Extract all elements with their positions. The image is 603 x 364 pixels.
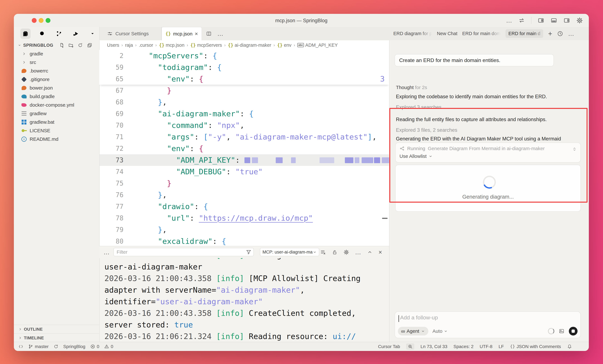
code-line[interactable]: 2 "mcpServers": { bbox=[99, 50, 389, 62]
toggle-sidebar-icon[interactable] bbox=[538, 17, 544, 24]
chat-tab[interactable]: ERD for main dom bbox=[462, 31, 501, 36]
code-line[interactable]: 65 "env": { bbox=[99, 73, 389, 85]
bell-status[interactable] bbox=[567, 344, 572, 349]
toggle-panel-icon[interactable] bbox=[550, 17, 557, 24]
breadcrumb-item[interactable]: {}mcp.json bbox=[159, 43, 185, 48]
sidebar-section-outline[interactable]: OUTLINE bbox=[14, 325, 99, 333]
tree-item-gradle[interactable]: gradle bbox=[14, 49, 99, 58]
code-line[interactable]: 74 "ADM_DEBUG": "true" bbox=[99, 166, 389, 178]
status-lf[interactable]: LF bbox=[499, 344, 504, 349]
code-line[interactable]: 76 }, bbox=[99, 189, 389, 201]
sidebar-section-timeline[interactable]: TIMELINE bbox=[14, 333, 99, 342]
code-line[interactable]: 67 } bbox=[99, 85, 389, 96]
close-tab-icon[interactable]: × bbox=[195, 31, 198, 37]
tree-item--gitignore[interactable]: .gitignore bbox=[14, 75, 99, 84]
status-ln-73-col-33[interactable]: Ln 73, Col 33 bbox=[420, 344, 447, 349]
panel-more-icon[interactable]: … bbox=[104, 246, 110, 258]
source-control-icon[interactable] bbox=[54, 29, 64, 39]
model-dropdown[interactable]: Auto bbox=[432, 328, 448, 334]
tab-cursor-settings[interactable]: Cursor Settings bbox=[103, 27, 162, 40]
explorer-icon[interactable] bbox=[20, 29, 31, 39]
more-icon[interactable]: … bbox=[506, 17, 512, 23]
search-icon[interactable] bbox=[37, 29, 47, 39]
chat-more-icon[interactable]: … bbox=[568, 31, 574, 37]
status-utf-8[interactable]: UTF-8 bbox=[480, 344, 492, 349]
breadcrumb-item[interactable]: {}ai-diagram-maker bbox=[228, 43, 271, 48]
code-line[interactable]: 69 "ai-diagram-maker": { bbox=[99, 108, 389, 120]
chat-tab[interactable]: ERD for main d bbox=[506, 29, 543, 38]
tree-item-license[interactable]: LICENSE bbox=[14, 126, 99, 135]
explored-summary[interactable]: Explored 3 files, 2 searches bbox=[396, 127, 576, 133]
breadcrumb-item[interactable]: {}mcpServers bbox=[190, 43, 222, 48]
code-line[interactable]: 73 "ADM_API_KEY": bbox=[99, 154, 389, 166]
toggle-secondary-sidebar-icon[interactable] bbox=[563, 17, 570, 24]
filter-funnel-icon[interactable] bbox=[246, 249, 252, 255]
tree-item-src[interactable]: src bbox=[14, 58, 99, 67]
remote-status[interactable] bbox=[18, 344, 23, 349]
collapse-folders-icon[interactable] bbox=[87, 43, 92, 48]
project-header[interactable]: SPRINGBLOG bbox=[14, 41, 99, 49]
breadcrumb-item[interactable]: Users bbox=[107, 43, 119, 48]
follow-up-input[interactable] bbox=[400, 314, 513, 321]
sync-status[interactable] bbox=[54, 344, 58, 349]
breadcrumb-item[interactable]: .cursor bbox=[139, 43, 153, 48]
status-springblog[interactable]: SpringBlog bbox=[63, 344, 85, 349]
panel-settings-gear-icon[interactable] bbox=[343, 249, 349, 255]
tree-item--bowerrc[interactable]: .bowerrc bbox=[14, 67, 99, 75]
filter-input[interactable] bbox=[114, 249, 246, 255]
run-debug-icon[interactable] bbox=[70, 29, 81, 39]
code-line[interactable]: 68 }, bbox=[99, 96, 389, 108]
allowlist-dropdown[interactable]: Use Allowlist bbox=[396, 151, 580, 159]
clear-output-icon[interactable] bbox=[320, 249, 326, 255]
tree-item-readme-md[interactable]: README.md bbox=[14, 135, 99, 143]
attach-image-icon[interactable] bbox=[558, 328, 565, 334]
breadcrumb-item[interactable]: raja bbox=[125, 43, 133, 48]
unlock-icon[interactable] bbox=[332, 249, 337, 255]
explored-summary[interactable]: Explored 3 searches bbox=[396, 104, 576, 111]
breadcrumb-item[interactable]: abcADM_API_KEY bbox=[297, 43, 338, 48]
chat-tab[interactable]: ERD diagram for p bbox=[393, 31, 432, 36]
settings-gear-icon[interactable] bbox=[576, 17, 583, 24]
panel-close-icon[interactable]: × bbox=[379, 249, 382, 255]
new-file-icon[interactable] bbox=[59, 43, 64, 48]
branch-status[interactable]: master bbox=[28, 344, 49, 349]
code-editor[interactable]: 2 "mcpServers": {59 "todiagram": {65 "en… bbox=[99, 50, 389, 246]
thought-summary[interactable]: Thought for 2s bbox=[396, 85, 427, 90]
chat-input-box[interactable]: ∞ Agent Auto bbox=[395, 311, 581, 338]
code-line[interactable]: 79 }, bbox=[99, 224, 389, 236]
code-line[interactable]: 75 } bbox=[99, 178, 389, 189]
tree-item-gradlew[interactable]: gradlew bbox=[14, 109, 99, 118]
tree-item-build-gradle[interactable]: build.gradle bbox=[14, 92, 99, 101]
panel-maximize-chevron-icon[interactable] bbox=[367, 249, 373, 255]
code-line[interactable]: 71 "args": ["-y", "ai-diagram-maker-mcp@… bbox=[99, 131, 389, 143]
new-chat-plus-icon[interactable]: + bbox=[548, 30, 552, 37]
tree-item-gradlew-bat[interactable]: gradlew.bat bbox=[14, 118, 99, 126]
code-line[interactable]: 70 "command": "npx", bbox=[99, 120, 389, 131]
tab-mcp-json[interactable]: {} mcp.json × bbox=[162, 27, 202, 40]
warn-status[interactable]: 0 bbox=[104, 344, 113, 349]
panel-overflow-icon[interactable]: … bbox=[355, 249, 361, 255]
code-line[interactable]: 80 "excalidraw": { bbox=[99, 236, 389, 246]
status-cursor-tab[interactable]: Cursor Tab bbox=[378, 344, 400, 349]
new-folder-icon[interactable] bbox=[68, 43, 74, 48]
code-line[interactable]: 77 "drawio": { bbox=[99, 201, 389, 212]
editor-more-icon[interactable]: … bbox=[217, 31, 223, 37]
history-clock-icon[interactable] bbox=[557, 31, 563, 37]
braces-status[interactable]: JSON with Comments bbox=[510, 344, 561, 349]
views-chevron-icon[interactable] bbox=[87, 29, 98, 39]
refresh-icon[interactable] bbox=[78, 43, 83, 48]
expand-collapse-icon[interactable] bbox=[572, 147, 577, 152]
tree-item-docker-compose-yml[interactable]: docker-compose.yml bbox=[14, 101, 99, 109]
code-line[interactable]: 72 "env": { bbox=[99, 143, 389, 154]
code-line[interactable]: 59 "todiagram": { bbox=[99, 62, 389, 73]
chat-tab[interactable]: New Chat bbox=[437, 31, 457, 36]
output-channel-dropdown[interactable]: MCP: user-ai-diagram-ma bbox=[260, 248, 319, 256]
code-line[interactable]: 78 "url": "https://mcp.draw.io/mcp" bbox=[99, 212, 389, 224]
error-status[interactable]: 0 bbox=[90, 344, 99, 349]
tree-item-bower-json[interactable]: bower.json bbox=[14, 84, 99, 92]
editor-scrollbar[interactable] bbox=[382, 218, 388, 219]
status-spaces-2[interactable]: Spaces: 2 bbox=[453, 344, 474, 349]
swap-panes-icon[interactable] bbox=[518, 17, 525, 24]
agent-mode-dropdown[interactable]: ∞ Agent bbox=[398, 327, 428, 335]
tool-call-card[interactable]: Running Generate Diagram From Mermaid in… bbox=[395, 143, 581, 162]
